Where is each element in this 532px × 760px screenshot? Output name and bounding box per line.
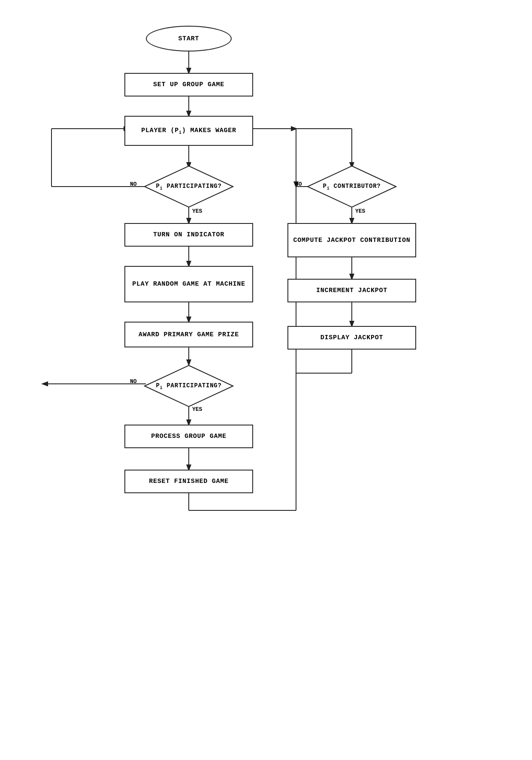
compute-jackpot-node: COMPUTE JACKPOT CONTRIBUTION bbox=[287, 223, 416, 257]
no-label-3: NO bbox=[295, 181, 302, 187]
process-group-node: PROCESS GROUP GAME bbox=[124, 425, 253, 448]
play-random-node: PLAY RANDOM GAME AT MACHINE bbox=[124, 266, 253, 302]
participating1-node: Pi PARTICIPATING? bbox=[144, 165, 234, 208]
yes-label-1: YES bbox=[192, 208, 202, 214]
setup-node: SET UP GROUP GAME bbox=[124, 73, 253, 97]
yes-label-3: YES bbox=[355, 208, 365, 214]
contributor-node: Pi CONTRIBUTOR? bbox=[307, 165, 397, 208]
award-primary-node: AWARD PRIMARY GAME PRIZE bbox=[124, 322, 253, 347]
display-jackpot-node: DISPLAY JACKPOT bbox=[287, 326, 416, 350]
no-label-1: NO bbox=[130, 181, 137, 187]
wager-node: PLAYER (Pi) MAKES WAGER bbox=[124, 116, 253, 146]
reset-node: RESET FINISHED GAME bbox=[124, 470, 253, 493]
flowchart: START SET UP GROUP GAME PLAYER (Pi) MAKE… bbox=[30, 13, 502, 751]
no-label-2: NO bbox=[130, 378, 137, 385]
indicator-node: TURN ON INDICATOR bbox=[124, 223, 253, 247]
start-node: START bbox=[146, 26, 232, 51]
yes-label-2: YES bbox=[192, 406, 202, 413]
increment-jackpot-node: INCREMENT JACKPOT bbox=[287, 279, 416, 302]
participating2-node: Pi PARTICIPATING? bbox=[144, 365, 234, 407]
